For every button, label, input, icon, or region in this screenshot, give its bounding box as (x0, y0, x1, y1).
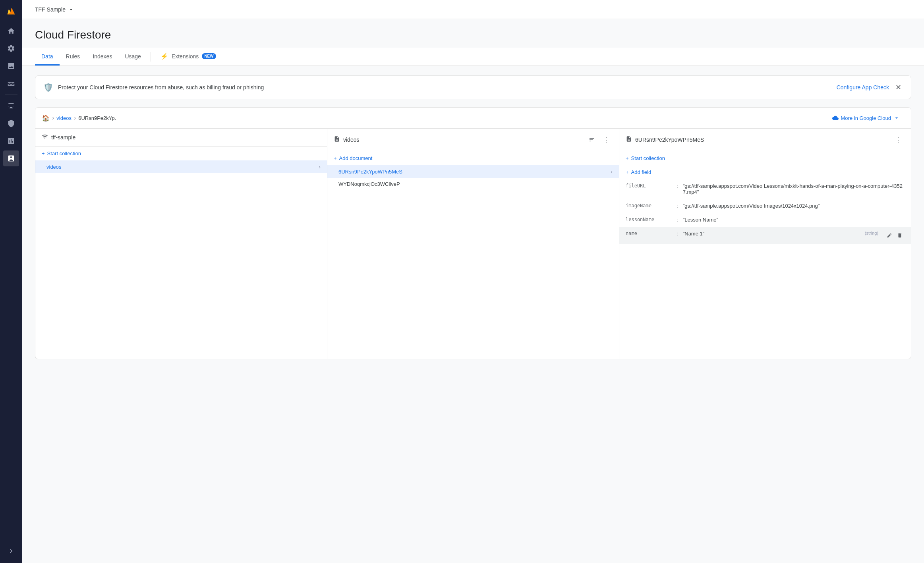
firebase-logo (3, 3, 19, 19)
field-actions-name (885, 231, 905, 240)
tab-rules[interactable]: Rules (60, 48, 87, 66)
col2-icon (334, 136, 340, 144)
col2-filter-btn[interactable] (586, 133, 598, 146)
tab-extensions[interactable]: ⚡ Extensions NEW (154, 48, 222, 66)
col3-header: 6URsn9Pe2kYpoWPn5MeS ⋮ (619, 129, 911, 151)
project-name: TFF Sample (35, 6, 66, 13)
columns-container: tff-sample + Start collection videos › (35, 129, 911, 359)
main-area: TFF Sample Cloud Firestore Data Rules In… (22, 0, 924, 563)
breadcrumb-home-icon[interactable]: 🏠 (42, 114, 50, 122)
col-document: 6URsn9Pe2kYpoWPn5MeS ⋮ + Start collectio… (619, 129, 911, 359)
add-document-btn[interactable]: + Add document (327, 151, 619, 165)
configure-app-check-link[interactable]: Configure App Check (837, 84, 889, 91)
tab-separator (151, 52, 151, 62)
col1-title: tff-sample (51, 134, 321, 141)
tab-extensions-label: Extensions (172, 53, 199, 60)
tab-usage[interactable]: Usage (118, 48, 147, 66)
nav-divider (5, 94, 17, 95)
col1-header: tff-sample (35, 129, 327, 147)
col3-actions: ⋮ (892, 133, 905, 146)
shield-icon: 🛡️ (43, 83, 53, 92)
field-key-lessonname: lessonName (626, 217, 673, 222)
nav-security-btn[interactable] (3, 116, 19, 131)
start-collection-btn[interactable]: + Start collection (35, 147, 327, 160)
plus-icon-1: + (42, 150, 45, 156)
col1-icon (42, 133, 48, 141)
nav-rail (0, 0, 22, 563)
add-field-btn[interactable]: + Add field (619, 165, 911, 179)
col3-title: 6URsn9Pe2kYpoWPn5MeS (635, 137, 889, 143)
field-value-fileurl: "gs://tff-sample.appspot.com/Video Lesso… (683, 183, 905, 195)
nav-display-btn[interactable] (3, 98, 19, 114)
content-area: Cloud Firestore Data Rules Indexes Usage… (22, 19, 924, 563)
breadcrumb-current: 6URsn9Pe2kYp. (78, 115, 116, 121)
field-value-lessonname: "Lesson Name" (683, 217, 905, 223)
videos-collection-item[interactable]: videos › (35, 160, 327, 173)
col2-body: + Add document 6URsn9Pe2kYpoWPn5MeS › WY… (327, 151, 619, 359)
top-bar: TFF Sample (22, 0, 924, 19)
nav-analytics-btn[interactable] (3, 133, 19, 149)
col3-icon (626, 136, 632, 144)
tab-indexes[interactable]: Indexes (86, 48, 118, 66)
breadcrumb-bar: 🏠 › videos › 6URsn9Pe2kYp. More in Googl… (35, 108, 911, 129)
col-tff-sample: tff-sample + Start collection videos › (35, 129, 327, 359)
col-videos: videos ⋮ + Add document (327, 129, 619, 359)
col2-actions: ⋮ (586, 133, 613, 146)
field-value-name: "Name 1" (683, 231, 862, 237)
breadcrumb-nav: 🏠 › videos › 6URsn9Pe2kYp. (42, 114, 116, 122)
field-row-lessonname: lessonName : "Lesson Name" (619, 213, 911, 227)
nav-settings-btn[interactable] (3, 40, 19, 56)
field-key-name: name (626, 231, 673, 236)
col3-more-btn[interactable]: ⋮ (892, 133, 905, 146)
nav-expand-btn[interactable] (3, 543, 19, 559)
new-badge: NEW (202, 53, 216, 59)
plus-icon-4: + (626, 169, 629, 175)
col3-body: + Start collection + Add field fileURL :… (619, 151, 911, 359)
breadcrumb-sep-2: › (74, 114, 76, 121)
banner-close-btn[interactable]: ✕ (894, 81, 903, 93)
nav-home-btn[interactable] (3, 23, 19, 39)
breadcrumb-videos[interactable]: videos (56, 115, 72, 121)
more-cloud-label: More in Google Cloud (841, 115, 891, 121)
doc-item-1[interactable]: 6URsn9Pe2kYpoWPn5MeS › (327, 165, 619, 178)
chevron-icon-1: › (319, 164, 321, 170)
field-row-fileurl: fileURL : "gs://tff-sample.appspot.com/V… (619, 179, 911, 199)
security-banner: 🛡️ Protect your Cloud Firestore resource… (35, 75, 911, 99)
nav-photo-btn[interactable] (3, 58, 19, 74)
edit-field-btn[interactable] (885, 231, 894, 240)
doc-item-2[interactable]: WYDNoqmkcjOc3WCllveP (327, 178, 619, 190)
tabs-bar: Data Rules Indexes Usage ⚡ Extensions NE… (22, 48, 924, 66)
firestore-panel: 🏠 › videos › 6URsn9Pe2kYp. More in Googl… (35, 107, 911, 359)
project-selector[interactable]: TFF Sample (32, 5, 77, 14)
col2-header: videos ⋮ (327, 129, 619, 151)
more-cloud-btn[interactable]: More in Google Cloud (827, 112, 905, 123)
page-title: Cloud Firestore (35, 29, 911, 41)
col2-title: videos (343, 137, 582, 143)
field-key-fileurl: fileURL (626, 183, 673, 189)
field-value-imagename: "gs://tff-sample.appspot.com/Video Image… (683, 203, 905, 209)
nav-database-btn[interactable] (3, 150, 19, 166)
field-row-imagename: imageName : "gs://tff-sample.appspot.com… (619, 199, 911, 213)
field-row-name[interactable]: name : "Name 1" (string) (619, 227, 911, 244)
tab-data[interactable]: Data (35, 48, 60, 66)
banner-text: Protect your Cloud Firestore resources f… (58, 84, 832, 91)
nav-waves-btn[interactable] (3, 75, 19, 91)
delete-field-btn[interactable] (895, 231, 905, 240)
col2-more-btn[interactable]: ⋮ (600, 133, 613, 146)
field-type-name: (string) (865, 231, 878, 235)
col1-body: + Start collection videos › (35, 147, 327, 359)
breadcrumb-sep-1: › (52, 114, 54, 121)
chevron-icon-2: › (611, 168, 613, 175)
plus-icon-2: + (334, 155, 337, 161)
plus-icon-3: + (626, 155, 629, 161)
start-subcollection-btn[interactable]: + Start collection (619, 151, 911, 165)
field-key-imagename: imageName (626, 203, 673, 208)
extensions-icon: ⚡ (160, 52, 168, 60)
